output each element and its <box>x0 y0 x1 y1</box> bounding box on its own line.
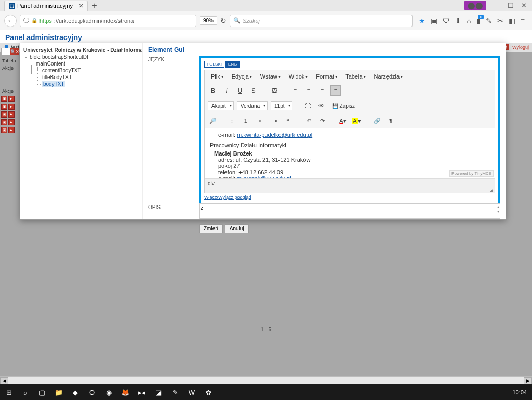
indent-icon[interactable]: ⇥ <box>269 115 280 126</box>
rail-search-btn[interactable]: 🔍 <box>10 48 16 55</box>
tree-node[interactable]: titleBodyTXT <box>36 74 139 80</box>
find-icon[interactable]: 🔎 <box>208 115 218 126</box>
bgcolor-icon[interactable]: A▾ <box>351 115 362 126</box>
align-center-icon[interactable]: ≡ <box>303 85 314 96</box>
action-btn[interactable]: ▣ <box>1 96 7 102</box>
email-link[interactable]: m.brozek@urk.edu.pl <box>237 175 291 178</box>
bold-icon[interactable]: B <box>208 85 218 96</box>
close-window-icon[interactable]: ✕ <box>521 2 527 9</box>
app-icon[interactable]: ✿ <box>202 385 215 399</box>
menu-icon[interactable]: ≡ <box>521 17 525 25</box>
action-btn[interactable]: ▸ <box>8 127 15 133</box>
sidebar-icon[interactable]: ◧ <box>509 17 515 25</box>
menu-wstaw[interactable]: Wstaw▾ <box>257 72 284 81</box>
action-btn[interactable]: ▣ <box>1 127 7 133</box>
back-button[interactable]: ← <box>4 15 17 27</box>
font-select[interactable]: Verdana <box>237 101 268 110</box>
horizontal-scrollbar[interactable]: ◀ ▶ <box>0 376 532 384</box>
resize-handle-icon[interactable]: ◢ <box>205 188 495 193</box>
menu-format[interactable]: Format▾ <box>313 72 340 81</box>
app-icon[interactable]: ✎ <box>168 385 182 399</box>
align-left-icon[interactable]: ≡ <box>290 85 300 96</box>
link-icon[interactable]: 🔗 <box>372 115 382 126</box>
spin-down-icon[interactable]: ▾ <box>497 209 499 214</box>
spin-up-icon[interactable]: ▴ <box>497 204 499 209</box>
scroll-right-icon[interactable]: ▶ <box>524 377 532 384</box>
underline-icon[interactable]: U <box>235 85 245 96</box>
tree-node[interactable]: mainContent contentBodyTXT titleBodyTXT … <box>30 61 139 87</box>
cancel-button[interactable]: Anuluj <box>225 224 249 233</box>
bullet-list-icon[interactable]: ⋮≡ <box>229 115 239 126</box>
search-bar[interactable]: 🔍 Szukaj <box>230 15 413 27</box>
tree-node-selected[interactable]: bodyTXT <box>36 81 139 87</box>
redo-icon[interactable]: ↷ <box>317 115 327 126</box>
action-btn[interactable]: ▸ <box>8 119 15 125</box>
opis-textarea[interactable] <box>199 203 500 219</box>
outdent-icon[interactable]: ⇤ <box>256 115 266 126</box>
browser-tab[interactable]: ⬚ Panel administracyjny × <box>4 1 88 11</box>
minimize-icon[interactable]: — <box>494 2 500 9</box>
lang-tab-pl[interactable]: POLSKI <box>204 61 224 68</box>
opera-icon[interactable]: O <box>85 385 99 399</box>
align-justify-icon[interactable]: ≡ <box>330 85 341 96</box>
submit-button[interactable]: Zmień <box>199 224 223 233</box>
action-btn[interactable]: ▸ <box>8 96 15 102</box>
notification-icon[interactable]: ▮ <box>476 17 481 25</box>
editor-content[interactable]: e-mail: m.kwinta-pudelko@urk.edu.pl Prac… <box>205 128 495 178</box>
tab-close-icon[interactable]: × <box>79 2 83 10</box>
preview-icon[interactable]: 👁 <box>316 100 327 111</box>
image-icon[interactable]: 🖼 <box>269 85 280 96</box>
action-btn[interactable]: ▸ <box>8 104 15 110</box>
scroll-left-icon[interactable]: ◀ <box>0 377 8 384</box>
rail-clear-btn[interactable]: ✕ <box>16 48 19 55</box>
firefox-icon[interactable]: 🦊 <box>118 385 132 399</box>
shield-icon[interactable]: 🛡 <box>443 17 450 25</box>
paragraph-icon[interactable]: ¶ <box>385 115 396 126</box>
extension-icon[interactable]: ✂ <box>497 17 503 25</box>
zoom-level[interactable]: 90% <box>200 16 217 25</box>
reload-icon[interactable]: ↻ <box>220 17 227 25</box>
tree-node[interactable]: contentBodyTXT <box>36 68 139 73</box>
app-icon[interactable]: ◆ <box>69 385 82 399</box>
clock[interactable]: 10:04 <box>512 389 530 395</box>
new-tab-button[interactable]: + <box>92 1 97 10</box>
action-btn[interactable]: ▣ <box>1 104 7 110</box>
size-select[interactable]: 11pt <box>271 101 292 110</box>
menu-plik[interactable]: Plik▾ <box>208 72 227 81</box>
toggle-preview-link[interactable]: Włącz/Wyłącz podgląd <box>204 195 251 200</box>
lang-tab-en[interactable]: ENG <box>225 61 240 68</box>
menu-narzedzia[interactable]: Narzędzia▾ <box>371 72 406 81</box>
bookmark-star-icon[interactable]: ★ <box>419 17 425 25</box>
pocket-icon[interactable]: ▣ <box>431 17 437 25</box>
tree-root[interactable]: Uniwersytet Rolniczy w Krakowie - Dział … <box>23 47 139 53</box>
mce-path[interactable]: div <box>208 180 215 186</box>
vpn-badge-icon[interactable]: ⬤⬤ <box>464 1 486 10</box>
textcolor-icon[interactable]: A▾ <box>338 115 348 126</box>
tree-node[interactable]: blok: bootstrapShortcutDI mainContent co… <box>23 54 139 87</box>
strike-icon[interactable]: S <box>248 85 259 96</box>
number-list-icon[interactable]: 1≡ <box>242 115 252 126</box>
menu-tabela[interactable]: Tabela▾ <box>342 72 368 81</box>
action-btn[interactable]: ▸ <box>8 111 15 118</box>
maximize-icon[interactable]: ☐ <box>508 2 514 9</box>
italic-icon[interactable]: I <box>221 85 232 96</box>
menu-widok[interactable]: Widok▾ <box>286 72 311 81</box>
eyedropper-icon[interactable]: ✎ <box>486 17 492 25</box>
search-taskbar-icon[interactable]: ⌕ <box>19 385 32 399</box>
align-right-icon[interactable]: ≡ <box>317 85 327 96</box>
rail-search-input[interactable] <box>1 48 10 55</box>
taskview-icon[interactable]: ▢ <box>35 385 49 399</box>
app-icon[interactable]: ▸◂ <box>135 385 149 399</box>
start-icon[interactable]: ⊞ <box>2 385 16 399</box>
explorer-icon[interactable]: 📁 <box>52 385 65 399</box>
blockquote-icon[interactable]: ❝ <box>283 115 293 126</box>
action-btn[interactable]: ▣ <box>1 111 7 118</box>
action-btn[interactable]: ▣ <box>1 119 7 125</box>
word-icon[interactable]: W <box>185 385 198 399</box>
url-bar[interactable]: ⓘ 🔒 https://urk.edu.pl/admin/index/stron… <box>20 15 196 27</box>
save-button[interactable]: 💾Zapisz <box>330 102 357 110</box>
block-select[interactable]: Akapit <box>208 101 234 110</box>
menu-edycja[interactable]: Edycja▾ <box>229 72 255 81</box>
download-icon[interactable]: ⬇ <box>455 17 461 25</box>
app-icon[interactable]: ◪ <box>152 385 165 399</box>
